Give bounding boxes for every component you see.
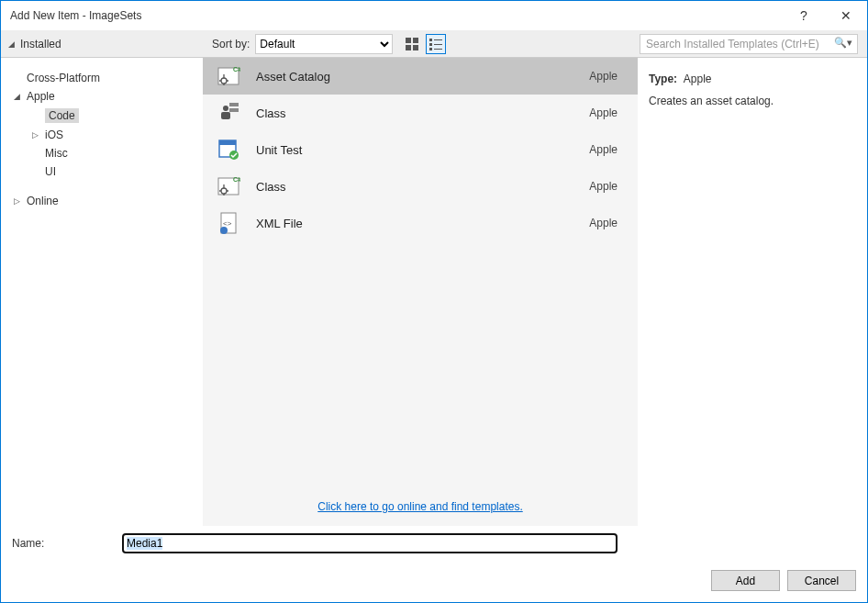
- svg-point-13: [223, 106, 228, 111]
- svg-rect-2: [406, 45, 411, 50]
- sidebar-item-ui[interactable]: UI: [1, 162, 203, 181]
- svg-rect-9: [434, 49, 442, 50]
- detail-panel: Type: Apple Creates an asset catalog.: [638, 58, 867, 526]
- asset-catalog-icon: C#: [216, 63, 241, 89]
- close-button[interactable]: ✕: [825, 1, 867, 30]
- topbar: ◢ Installed Sort by: Default 🔍▾: [1, 30, 867, 58]
- sidebar-item-label: iOS: [45, 128, 63, 141]
- sort-by: Sort by: Default: [203, 34, 393, 54]
- sidebar-item-cross-platform[interactable]: Cross-Platform: [1, 69, 203, 87]
- template-item[interactable]: <>XML FileApple: [203, 205, 638, 241]
- sidebar-item-label: Online: [27, 195, 59, 207]
- svg-rect-18: [219, 140, 236, 145]
- expander-icon: ◢: [14, 92, 25, 101]
- template-item[interactable]: ClassApple: [203, 95, 638, 131]
- sidebar-item-misc[interactable]: Misc: [1, 144, 203, 162]
- template-name: XML File: [256, 217, 589, 230]
- add-button[interactable]: Add: [711, 570, 780, 591]
- template-vendor: Apple: [589, 217, 625, 229]
- svg-text:C#: C#: [233, 66, 240, 73]
- svg-text:<>: <>: [223, 219, 232, 228]
- svg-rect-15: [229, 103, 239, 106]
- template-name: Asset Catalog: [256, 70, 589, 84]
- tab-installed[interactable]: ◢ Installed: [1, 30, 203, 57]
- template-vendor: Apple: [589, 143, 625, 156]
- sidebar-item-label: Cross-Platform: [27, 72, 100, 84]
- class-icon: [216, 100, 241, 126]
- template-item[interactable]: C#ClassApple: [203, 168, 638, 205]
- sidebar-item-label: Code: [45, 108, 79, 123]
- template-vendor: Apple: [589, 70, 625, 83]
- chevron-down-icon: ◢: [8, 39, 15, 49]
- svg-rect-8: [429, 48, 432, 50]
- online-templates-link-wrap: Click here to go online and find templat…: [203, 487, 638, 526]
- name-input[interactable]: [122, 533, 618, 553]
- template-item[interactable]: Unit TestApple: [203, 131, 638, 168]
- template-name: Unit Test: [256, 143, 589, 157]
- svg-rect-4: [429, 39, 432, 41]
- sort-by-label: Sort by:: [212, 38, 250, 50]
- titlebar: Add New Item - ImageSets ? ✕: [1, 1, 867, 30]
- sidebar-item-ios[interactable]: ▷iOS: [1, 126, 203, 144]
- grid-icon: [406, 38, 418, 50]
- view-list-button[interactable]: [426, 34, 446, 54]
- view-large-icons-button[interactable]: [402, 34, 422, 54]
- svg-point-25: [220, 227, 228, 234]
- svg-rect-7: [434, 44, 442, 45]
- template-name: Class: [256, 106, 589, 120]
- window-title: Add New Item - ImageSets: [10, 9, 141, 22]
- xml-file-icon: <>: [216, 210, 241, 236]
- cancel-button[interactable]: Cancel: [787, 570, 856, 591]
- detail-type-label: Type:: [649, 73, 677, 85]
- sidebar-item-apple[interactable]: ◢Apple: [1, 87, 203, 106]
- search-icon[interactable]: 🔍▾: [834, 37, 852, 49]
- expander-icon: ▷: [32, 130, 43, 140]
- asset-catalog-icon: C#: [216, 173, 241, 199]
- list-icon: [429, 38, 442, 50]
- detail-type-value: Apple: [684, 73, 712, 85]
- sidebar-item-online[interactable]: ▷Online: [1, 192, 203, 210]
- svg-text:C#: C#: [233, 176, 240, 183]
- online-templates-link[interactable]: Click here to go online and find templat…: [317, 500, 522, 513]
- svg-rect-3: [413, 45, 418, 50]
- svg-rect-6: [429, 43, 432, 46]
- svg-rect-16: [229, 108, 239, 112]
- help-button[interactable]: ?: [783, 1, 825, 30]
- svg-rect-5: [434, 39, 442, 40]
- name-label: Name:: [12, 537, 122, 550]
- svg-rect-1: [413, 38, 418, 43]
- sidebar-item-label: Misc: [45, 147, 68, 160]
- sidebar-item-label: Apple: [27, 90, 55, 103]
- template-vendor: Apple: [589, 106, 625, 119]
- sidebar: Cross-Platform◢AppleCode▷iOSMiscUI▷Onlin…: [1, 58, 203, 526]
- svg-rect-14: [221, 112, 230, 119]
- search-input[interactable]: [640, 34, 858, 54]
- sort-by-select[interactable]: Default: [255, 34, 393, 54]
- unit-test-icon: [216, 137, 241, 162]
- svg-rect-0: [406, 38, 411, 43]
- sidebar-item-code[interactable]: Code: [1, 106, 203, 126]
- template-name: Class: [256, 180, 589, 194]
- template-list: C#Asset CatalogAppleClassAppleUnit TestA…: [203, 58, 638, 487]
- template-vendor: Apple: [589, 180, 625, 193]
- sidebar-item-label: UI: [45, 165, 56, 178]
- expander-icon: ▷: [14, 196, 25, 206]
- template-item[interactable]: C#Asset CatalogApple: [203, 58, 638, 95]
- tab-installed-label: Installed: [20, 38, 61, 50]
- detail-description: Creates an asset catalog.: [649, 95, 856, 107]
